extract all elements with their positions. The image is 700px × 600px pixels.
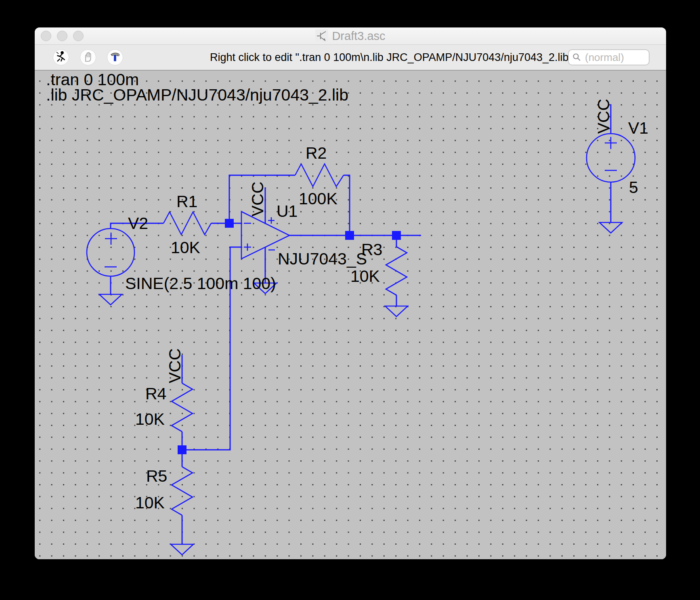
traffic-lights (41, 31, 84, 41)
v1-designator-label[interactable]: V1 (628, 119, 648, 137)
junction-inverting-node (225, 219, 234, 228)
search-input[interactable] (584, 51, 646, 64)
schematic-canvas[interactable]: .tran 0 100m .lib JRC_OPAMP/NJU7043/nju7… (35, 71, 666, 559)
desktop: { "window": { "title": "Draft3.asc" }, "… (0, 0, 700, 600)
net-label-vcc-opamp[interactable]: VCC (248, 182, 267, 217)
u1-designator-label[interactable]: U1 (277, 202, 298, 220)
junction-divider-node (178, 445, 187, 454)
hammer-icon (109, 51, 121, 64)
titlebar: Draft3.asc (35, 27, 666, 45)
r2-value-label[interactable]: 100K (299, 189, 337, 208)
minimize-button[interactable] (57, 31, 67, 41)
run-icon (56, 51, 66, 64)
run-button[interactable] (53, 49, 69, 65)
r1-value-label[interactable]: 10K (171, 238, 200, 257)
r5-designator-label[interactable]: R5 (146, 467, 167, 485)
status-text: Right click to edit ".tran 0 100m\n.lib … (123, 51, 568, 64)
v1-value-label[interactable]: 5 (629, 178, 638, 197)
directive-lib[interactable]: .lib JRC_OPAMP/NJU7043/nju7043_2.lib (46, 86, 348, 104)
r1-designator-label[interactable]: R1 (176, 192, 197, 211)
schematic-doc-icon (315, 29, 328, 42)
window-title: Draft3.asc (332, 29, 385, 43)
toolbar: Right click to edit ".tran 0 100m\n.lib … (35, 45, 666, 71)
search-box[interactable] (568, 49, 650, 65)
r3-designator-label[interactable]: R3 (361, 240, 382, 259)
search-icon (572, 52, 582, 62)
r5-value-label[interactable]: 10K (135, 493, 165, 512)
junction-output-r3 (392, 231, 401, 240)
zoom-button[interactable] (73, 31, 84, 41)
title-group: Draft3.asc (315, 29, 385, 43)
u1-value-label[interactable]: NJU7043_S (278, 250, 367, 268)
v2-value-label[interactable]: SINE(2.5 100m 100) (125, 274, 276, 293)
pan-button[interactable] (80, 49, 96, 65)
net-label-vcc-r4[interactable]: VCC (166, 348, 184, 384)
r4-designator-label[interactable]: R4 (145, 384, 166, 403)
junction-output-feedback (345, 231, 354, 240)
r3-value-label[interactable]: 10K (350, 267, 380, 285)
ltspice-window: Draft3.asc (35, 27, 666, 559)
r4-value-label[interactable]: 10K (135, 410, 165, 428)
hand-icon (83, 51, 93, 64)
v2-designator-label[interactable]: V2 (128, 214, 148, 233)
net-label-vcc-v1[interactable]: VCC (594, 99, 613, 134)
grid-dots (35, 71, 666, 559)
r2-designator-label[interactable]: R2 (306, 144, 327, 162)
control-panel-button[interactable] (107, 49, 123, 65)
close-button[interactable] (41, 31, 51, 41)
